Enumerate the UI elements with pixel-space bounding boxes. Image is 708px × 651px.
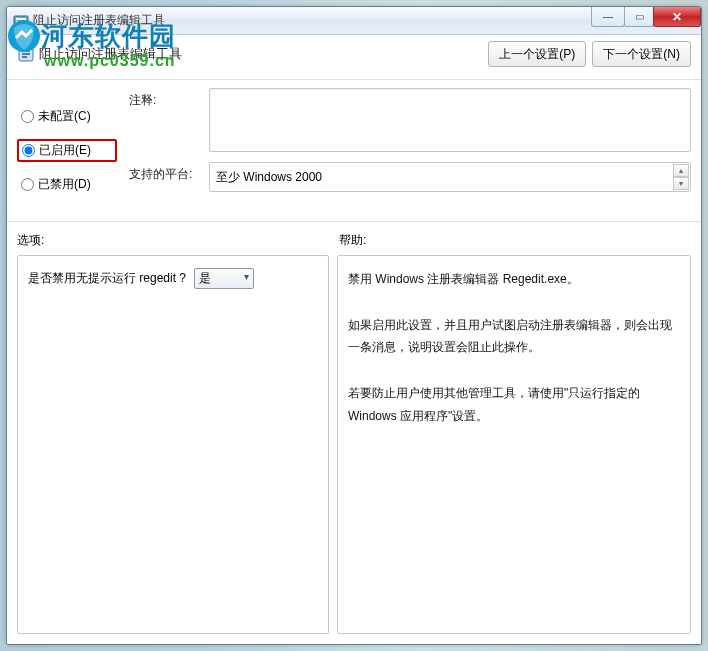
previous-setting-button[interactable]: 上一个设置(P) bbox=[488, 41, 586, 67]
state-radio-group: 未配置(C) 已启用(E) 已禁用(D) bbox=[17, 88, 117, 207]
options-panel: 是否禁用无提示运行 regedit ? 是 bbox=[17, 255, 329, 634]
regedit-silent-dropdown[interactable]: 是 bbox=[194, 268, 254, 289]
platform-label: 支持的平台: bbox=[129, 162, 199, 192]
app-icon bbox=[13, 13, 29, 29]
option-question: 是否禁用无提示运行 regedit ? bbox=[28, 270, 186, 287]
svg-rect-3 bbox=[16, 21, 23, 23]
maximize-button[interactable]: ▭ bbox=[624, 7, 654, 27]
radio-not-configured-input[interactable] bbox=[21, 110, 34, 123]
help-paragraph: 若要防止用户使用其他管理工具，请使用"只运行指定的 Windows 应用程序"设… bbox=[348, 382, 680, 428]
help-paragraph: 如果启用此设置，并且用户试图启动注册表编辑器，则会出现一条消息，说明设置会阻止此… bbox=[348, 314, 680, 360]
policy-name: 阻止访问注册表编辑工具 bbox=[39, 45, 182, 63]
titlebar[interactable]: 阻止访问注册表编辑工具 — ▭ ✕ bbox=[7, 7, 701, 35]
options-section-label: 选项: bbox=[17, 232, 339, 249]
svg-rect-2 bbox=[16, 18, 26, 20]
help-panel: 禁用 Windows 注册表编辑器 Regedit.exe。 如果启用此设置，并… bbox=[337, 255, 691, 634]
help-section-label: 帮助: bbox=[339, 232, 366, 249]
scroll-up-icon[interactable]: ▴ bbox=[673, 164, 689, 177]
platform-scrollbar[interactable]: ▴ ▾ bbox=[673, 164, 689, 190]
radio-enabled[interactable]: 已启用(E) bbox=[17, 139, 117, 162]
radio-not-configured[interactable]: 未配置(C) bbox=[17, 106, 117, 127]
close-button[interactable]: ✕ bbox=[653, 7, 701, 27]
supported-platform-box: 至少 Windows 2000 ▴ ▾ bbox=[209, 162, 691, 192]
policy-icon bbox=[17, 45, 35, 63]
comment-textarea[interactable] bbox=[209, 88, 691, 152]
minimize-button[interactable]: — bbox=[591, 7, 625, 27]
window-title: 阻止访问注册表编辑工具 bbox=[33, 12, 165, 29]
separator bbox=[7, 221, 701, 222]
dialog-window: 阻止访问注册表编辑工具 — ▭ ✕ 阻止访问注册表编辑工具 上一个设置(P) 下… bbox=[6, 6, 702, 645]
comment-label: 注释: bbox=[129, 88, 199, 152]
separator bbox=[7, 79, 701, 80]
radio-disabled[interactable]: 已禁用(D) bbox=[17, 174, 117, 195]
svg-rect-7 bbox=[22, 56, 27, 58]
scroll-down-icon[interactable]: ▾ bbox=[673, 177, 689, 190]
platform-value: 至少 Windows 2000 bbox=[216, 169, 322, 186]
help-paragraph: 禁用 Windows 注册表编辑器 Regedit.exe。 bbox=[348, 268, 680, 291]
svg-rect-6 bbox=[22, 53, 30, 55]
next-setting-button[interactable]: 下一个设置(N) bbox=[592, 41, 691, 67]
radio-enabled-input[interactable] bbox=[22, 144, 35, 157]
radio-disabled-input[interactable] bbox=[21, 178, 34, 191]
svg-rect-5 bbox=[22, 50, 30, 52]
